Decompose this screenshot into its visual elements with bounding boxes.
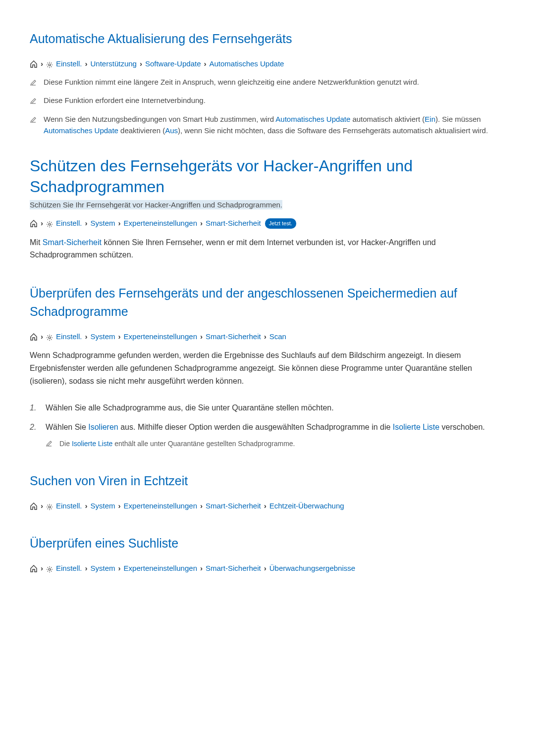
note-text: Die Isolierte Liste enthält alle unter Q… (59, 439, 295, 450)
home-icon (30, 503, 38, 509)
chevron-right-icon: › (118, 331, 121, 343)
gear-icon (46, 220, 53, 227)
breadcrumb-item[interactable]: Software-Update (145, 58, 201, 70)
list-item: Wenn Sie den Nutzungsbedingungen von Sma… (30, 113, 505, 137)
chevron-right-icon: › (264, 501, 267, 512)
note-text: Diese Funktion erfordert eine Internetve… (44, 95, 206, 106)
ordered-list: Wählen Sie alle Schadprogramme aus, die … (30, 402, 505, 449)
body-paragraph: Mit Smart-Sicherheit können Sie Ihren Fe… (30, 236, 505, 261)
chevron-right-icon: › (200, 501, 203, 512)
chevron-right-icon: › (85, 218, 88, 229)
list-item: Diese Funktion erfordert eine Internetve… (30, 95, 505, 106)
home-icon (30, 220, 38, 227)
breadcrumb-item[interactable]: Smart-Sicherheit (206, 501, 261, 512)
note-list: Diese Funktion nimmt eine längere Zeit i… (30, 76, 505, 136)
chevron-right-icon: › (85, 501, 88, 512)
try-now-badge[interactable]: Jetzt test. (265, 218, 296, 229)
text-fragment: Mit (30, 238, 43, 247)
text-fragment: aus. Mithilfe dieser Option werden die a… (118, 423, 393, 431)
text-fragment: Wenn Sie den Nutzungsbedingungen von Sma… (44, 115, 275, 123)
breadcrumb-item[interactable]: System (91, 563, 115, 574)
text-fragment: enthält alle unter Quarantäne gestellten… (112, 440, 295, 448)
breadcrumb-item[interactable]: Experteneinstellungen (124, 501, 197, 512)
list-item: Wählen Sie Isolieren aus. Mithilfe diese… (30, 421, 505, 449)
breadcrumb-item[interactable]: Smart-Sicherheit (206, 331, 261, 343)
pencil-icon (46, 440, 53, 447)
home-icon (30, 333, 38, 340)
home-icon (30, 60, 38, 67)
chevron-right-icon: › (41, 218, 43, 229)
pencil-icon (30, 96, 37, 103)
breadcrumb-item[interactable]: Einstell. (56, 218, 82, 229)
breadcrumb-item[interactable]: Einstell. (56, 331, 82, 343)
subtitle: Schützen Sie Ihr Fernsehgerät vor Hacker… (30, 200, 282, 209)
breadcrumb: › Einstell. › System › Experteneinstellu… (30, 563, 505, 574)
section-check-malware: Überprüfen des Fernsehgeräts und der ang… (30, 284, 505, 450)
text-fragment: Wählen Sie (46, 423, 88, 431)
breadcrumb: › Einstell. › System › Experteneinstellu… (30, 501, 505, 512)
section-heading: Überprüfen des Fernsehgeräts und der ang… (30, 284, 505, 321)
breadcrumb-item[interactable]: Experteneinstellungen (124, 331, 197, 343)
chevron-right-icon: › (85, 58, 88, 70)
breadcrumb-item[interactable]: Smart-Sicherheit (206, 218, 261, 229)
list-number (30, 402, 39, 414)
emphasis: Automatisches Update (275, 115, 350, 123)
chevron-right-icon: › (118, 218, 121, 229)
section-auto-update: Automatische Aktualisierung des Fernsehg… (30, 30, 505, 136)
chevron-right-icon: › (118, 501, 121, 512)
text-fragment: automatisch aktiviert ( (350, 115, 425, 123)
breadcrumb-item[interactable]: System (91, 501, 115, 512)
section-heading: Suchen von Viren in Echtzeit (30, 472, 505, 491)
chevron-right-icon: › (264, 331, 267, 343)
breadcrumb-item[interactable]: System (91, 331, 115, 343)
chevron-right-icon: › (200, 331, 203, 343)
breadcrumb-item[interactable]: Automatisches Update (209, 58, 284, 70)
list-number (30, 421, 39, 449)
chevron-right-icon: › (140, 58, 142, 70)
pencil-icon (30, 78, 37, 85)
chevron-right-icon: › (41, 331, 43, 343)
breadcrumb: › Einstell. › System › Experteneinstellu… (30, 218, 505, 229)
breadcrumb-item[interactable]: Scan (269, 331, 286, 343)
breadcrumb-item[interactable]: Einstell. (56, 563, 82, 574)
chevron-right-icon: › (41, 501, 43, 512)
emphasis: Smart-Sicherheit (43, 238, 102, 247)
chevron-right-icon: › (264, 563, 267, 574)
chevron-right-icon: › (200, 218, 203, 229)
breadcrumb-item[interactable]: Experteneinstellungen (124, 563, 197, 574)
breadcrumb-item[interactable]: Einstell. (56, 58, 82, 70)
home-icon (30, 565, 38, 572)
list-item: Diese Funktion nimmt eine längere Zeit i… (30, 76, 505, 88)
section-check-scanlist: Überprüfen eines Suchliste › Einstell. ›… (30, 534, 505, 574)
sub-note: Die Isolierte Liste enthält alle unter Q… (46, 439, 485, 450)
list-item: Wählen Sie alle Schadprogramme aus, die … (30, 402, 505, 414)
breadcrumb-item[interactable]: Experteneinstellungen (124, 218, 197, 229)
body-paragraph: Wenn Schadprogramme gefunden werden, wer… (30, 349, 505, 387)
section-protect-tv: Schützen des Fernsehgeräts vor Hacker-An… (30, 156, 505, 261)
breadcrumb-item[interactable]: Einstell. (56, 501, 82, 512)
page-title: Schützen des Fernsehgeräts vor Hacker-An… (30, 156, 505, 197)
pencil-icon (30, 115, 37, 122)
breadcrumb-item[interactable]: System (91, 218, 115, 229)
section-realtime-scan: Suchen von Viren in Echtzeit › Einstell.… (30, 472, 505, 511)
text-fragment: deaktivieren ( (118, 126, 165, 135)
breadcrumb-item[interactable]: Unterstützung (91, 58, 137, 70)
breadcrumb-item[interactable]: Smart-Sicherheit (206, 563, 261, 574)
text-fragment: ), wenn Sie nicht möchten, dass die Soft… (178, 126, 488, 135)
note-text: Diese Funktion nimmt eine längere Zeit i… (44, 76, 419, 88)
emphasis: Isolierte Liste (72, 440, 112, 448)
chevron-right-icon: › (118, 563, 121, 574)
emphasis: Aus (165, 126, 178, 135)
text-fragment: verschoben. (439, 423, 485, 431)
emphasis: Automatisches Update (44, 126, 118, 135)
gear-icon (46, 333, 53, 340)
gear-icon (46, 503, 53, 509)
chevron-right-icon: › (204, 58, 206, 70)
breadcrumb-item[interactable]: Echtzeit-Überwachung (269, 501, 344, 512)
text-fragment: Die (59, 440, 72, 448)
chevron-right-icon: › (41, 563, 43, 574)
breadcrumb-item[interactable]: Überwachungsergebnisse (269, 563, 355, 574)
text-fragment: ). Sie müssen (435, 115, 481, 123)
note-text: Wenn Sie den Nutzungsbedingungen von Sma… (44, 113, 505, 137)
emphasis: Isolierte Liste (393, 423, 439, 431)
